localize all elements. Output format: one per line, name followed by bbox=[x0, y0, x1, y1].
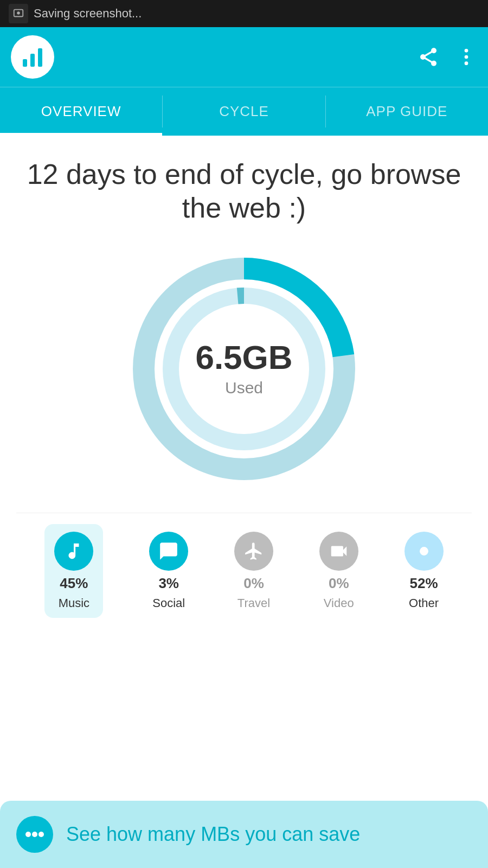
music-icon-wrap bbox=[54, 532, 93, 571]
other-icon bbox=[414, 541, 434, 561]
travel-icon bbox=[243, 541, 264, 561]
banner-dots-icon bbox=[16, 816, 53, 853]
donut-value: 6.5GB bbox=[195, 341, 292, 374]
tab-bar: OVERVIEW CYCLE APP GUIDE bbox=[0, 87, 488, 136]
screenshot-icon bbox=[9, 4, 28, 23]
svg-line-9 bbox=[423, 57, 434, 63]
social-icon bbox=[158, 541, 179, 561]
donut-center: 6.5GB Used bbox=[195, 341, 292, 397]
svg-point-19 bbox=[25, 832, 31, 837]
tab-overview[interactable]: OVERVIEW bbox=[0, 87, 162, 136]
video-icon bbox=[329, 541, 349, 561]
music-name: Music bbox=[59, 596, 89, 610]
categories-row: 45% Music 3% Social 0% Travel bbox=[16, 513, 472, 634]
app-bar-actions bbox=[418, 46, 477, 68]
donut-chart: 6.5GB Used bbox=[122, 247, 366, 491]
donut-label: Used bbox=[195, 379, 292, 397]
tab-cycle[interactable]: CYCLE bbox=[163, 87, 325, 136]
more-options-button[interactable] bbox=[455, 46, 477, 68]
bottom-banner[interactable]: See how many MBs you can save bbox=[0, 801, 488, 868]
music-percent: 45% bbox=[60, 575, 88, 592]
other-name: Other bbox=[409, 596, 439, 610]
category-other[interactable]: 52% Other bbox=[404, 532, 444, 610]
svg-rect-2 bbox=[23, 59, 27, 67]
app-logo[interactable] bbox=[11, 35, 54, 79]
travel-icon-wrap bbox=[234, 532, 273, 571]
svg-point-20 bbox=[32, 832, 37, 837]
category-travel[interactable]: 0% Travel bbox=[234, 532, 273, 610]
social-percent: 3% bbox=[158, 575, 179, 592]
category-video[interactable]: 0% Video bbox=[319, 532, 358, 610]
status-bar: Saving screenshot... bbox=[0, 0, 488, 27]
headline-text: 12 days to end of cycle, go browse the w… bbox=[16, 157, 472, 225]
banner-text: See how many MBs you can save bbox=[66, 822, 360, 847]
svg-point-11 bbox=[465, 55, 468, 59]
category-music[interactable]: 45% Music bbox=[44, 524, 103, 618]
svg-point-12 bbox=[465, 61, 468, 65]
app-bar bbox=[0, 27, 488, 87]
share-button[interactable] bbox=[418, 46, 439, 68]
svg-rect-3 bbox=[30, 54, 35, 67]
music-icon bbox=[63, 541, 84, 561]
main-content: 12 days to end of cycle, go browse the w… bbox=[0, 136, 488, 650]
other-icon-wrap bbox=[404, 532, 444, 571]
social-name: Social bbox=[152, 596, 185, 610]
travel-name: Travel bbox=[237, 596, 270, 610]
dots-icon bbox=[25, 831, 44, 838]
bar-chart-icon bbox=[20, 44, 46, 70]
video-name: Video bbox=[324, 596, 354, 610]
social-icon-wrap bbox=[149, 532, 188, 571]
video-icon-wrap bbox=[319, 532, 358, 571]
other-percent: 52% bbox=[410, 575, 438, 592]
svg-line-8 bbox=[423, 50, 434, 57]
svg-point-18 bbox=[420, 547, 428, 556]
svg-rect-4 bbox=[38, 48, 42, 67]
travel-percent: 0% bbox=[243, 575, 264, 592]
chart-container: 6.5GB Used bbox=[16, 247, 472, 491]
svg-point-10 bbox=[465, 49, 468, 53]
video-percent: 0% bbox=[329, 575, 349, 592]
svg-point-1 bbox=[17, 11, 20, 14]
status-bar-text: Saving screenshot... bbox=[34, 7, 142, 21]
svg-point-21 bbox=[38, 832, 44, 837]
category-social[interactable]: 3% Social bbox=[149, 532, 188, 610]
tab-app-guide[interactable]: APP GUIDE bbox=[326, 87, 488, 136]
